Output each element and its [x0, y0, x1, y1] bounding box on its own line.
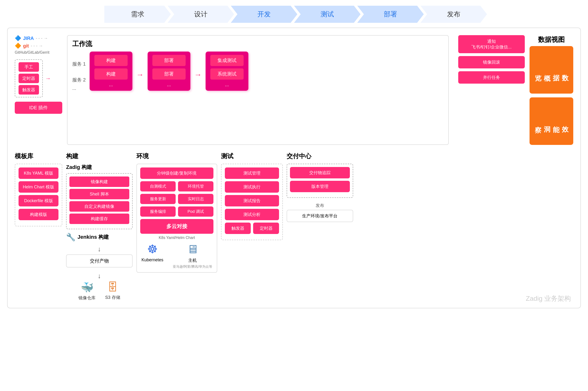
template-library-col: 模板库 K8s YAML 模版 Helm Chart 模版 Dockerfile… [15, 152, 62, 226]
delivery-col: 交付中心 交付物追踪 版本管理 发布 生产环境/发布平台 [287, 152, 353, 222]
main-diagram: 🔷 JIRA - - - → 🔶 git - - - → GitHub/GitL… [7, 28, 581, 308]
delivery-title: 交付中心 [287, 152, 353, 160]
bottom-row: 模板库 K8s YAML 模版 Helm Chart 模版 Dockerfile… [15, 152, 573, 301]
git-icon: 🔶 [15, 43, 21, 49]
test-stage-block: 集成测试 系统测试 ... [206, 52, 248, 91]
prod-box: 生产环境/发布平台 [287, 210, 353, 222]
test-dots: ... [210, 82, 244, 88]
image-repo-label: 镜像仓库 [78, 295, 96, 301]
pipeline-step-2: 开发 [231, 6, 297, 23]
deploy-stage-block: 部署 部署 ... [148, 52, 190, 91]
top-row: 🔷 JIRA - - - → 🔶 git - - - → GitHub/GitL… [15, 35, 573, 145]
dots-label: ... [72, 86, 86, 91]
delivery-box: 交付物追踪 版本管理 [287, 164, 353, 198]
pipeline-step-5: 发布 [420, 6, 487, 23]
realtime-log-btn[interactable]: 实时日志 [178, 194, 214, 204]
image-repo-item: 🐳 镜像仓库 [78, 281, 96, 301]
rollback-btn[interactable]: 镜像回滚 [458, 56, 525, 68]
arrow-to-artifact: ↓ [66, 245, 133, 253]
s3-label: S3 存储 [105, 294, 120, 300]
kubernetes-icon: ☸ [147, 242, 158, 256]
test-col: 测试 测试管理 测试执行 测试报告 测试分析 触发器 定时器 [221, 152, 283, 240]
sources-panel: 🔷 JIRA - - - → 🔶 git - - - → GitHub/GitL… [15, 35, 62, 145]
build-stage-block: 构建 构建 ... [90, 52, 132, 91]
s3-storage-item: 🗄 S3 存储 [105, 281, 120, 301]
pipeline-step-4: 部署 [357, 6, 424, 23]
deploy-dots: ... [152, 82, 186, 88]
build-cache-btn[interactable]: 构建缓存 [69, 213, 129, 224]
env-box: 分钟级创建/复制环境 自测模式 环境托管 服务更新 实时日志 服务编排 Pod … [136, 164, 217, 273]
self-test-btn[interactable]: 自测模式 [140, 181, 176, 192]
arrow-to-storage: ↓ [66, 272, 133, 280]
jenkins-row: 🔧 Jenkins 构建 [66, 233, 133, 242]
manual-btn[interactable]: 手工 [18, 62, 39, 72]
parallel-btn[interactable]: 并行任务 [458, 71, 525, 84]
trigger-box: 手工 定时器 触发器 [15, 59, 43, 98]
arrow-to-workflow: → [45, 75, 51, 82]
test-trigger-btn[interactable]: 触发器 [225, 223, 251, 234]
custom-image-btn[interactable]: 自定义构建镜像 [69, 201, 129, 212]
data-view-title: 数据视图 [530, 35, 573, 44]
timer-btn[interactable]: 定时器 [18, 74, 39, 83]
create-env-btn[interactable]: 分钟级创建/复制环境 [140, 168, 214, 179]
storage-row: 🐳 镜像仓库 🗄 S3 存储 [66, 281, 133, 301]
image-build-btn[interactable]: 镜像构建 [69, 177, 129, 187]
notifications-panel: 通知 飞书/钉钉/企业微信... 镜像回滚 并行任务 [458, 35, 525, 145]
template-lib-box: K8s YAML 模版 Helm Chart 模版 Dockerfile 模版 … [15, 164, 62, 226]
deploy-item-1: 部署 [152, 55, 186, 66]
git-logo: 🔶 git - - - → [15, 43, 62, 49]
pipeline-bar: 需求 设计 开发 测试 部署 发布 [0, 0, 588, 28]
multi-cloud-btn[interactable]: 多云对接 [140, 219, 214, 234]
artifact-trace-btn[interactable]: 交付物追踪 [290, 167, 350, 178]
env-title: 环境 [136, 152, 217, 160]
template-lib-title: 模板库 [15, 152, 62, 160]
build-template-btn[interactable]: 构建模版 [18, 209, 58, 220]
artifact-box: 交付产物 [66, 254, 133, 268]
test-grid: 触发器 定时器 [225, 223, 279, 236]
test-exec-btn[interactable]: 测试执行 [225, 181, 279, 193]
test-mgmt-btn[interactable]: 测试管理 [225, 168, 279, 179]
kubernetes-label: Kubernetes [141, 258, 163, 263]
zadig-build-label: Zadig 构建 [66, 164, 133, 171]
build-item-1: 构建 [94, 55, 128, 66]
test-section-title: 测试 [221, 152, 283, 160]
test-analysis-btn[interactable]: 测试分析 [225, 209, 279, 220]
jenkins-label: Jenkins 构建 [78, 233, 109, 241]
pipeline-step-1: 设计 [168, 6, 234, 23]
test-report-btn[interactable]: 测试报告 [225, 195, 279, 206]
source-logos: 🔷 JIRA - - - → 🔶 git - - - → GitHub/GitL… [15, 35, 62, 56]
shell-script-btn[interactable]: Shell 脚本 [69, 189, 129, 199]
dockerfile-btn[interactable]: Dockerfile 模版 [18, 195, 58, 206]
zadig-build-box: 镜像构建 Shell 脚本 自定义构建镜像 构建缓存 [66, 173, 133, 229]
deploy-item-2: 部署 [152, 68, 186, 80]
helm-chart-btn[interactable]: Helm Chart 模版 [18, 181, 58, 193]
service-update-btn[interactable]: 服务更新 [140, 194, 176, 204]
env-grid: 自测模式 环境托管 服务更新 实时日志 服务编排 Pod 调试 [140, 181, 214, 217]
notification-btn[interactable]: 通知 飞书/钉钉/企业微信... [458, 35, 525, 53]
jira-logo: 🔷 JIRA - - - → [15, 35, 62, 41]
ide-plugin-btn[interactable]: IDE 插件 [15, 102, 62, 114]
env-col: 环境 分钟级创建/复制环境 自测模式 环境托管 服务更新 实时日志 服务编排 P… [136, 152, 217, 273]
pipeline-step-0: 需求 [104, 6, 171, 23]
cloud-icons-row: ☸ Kubernetes 🖥 主机 亚马逊/阿里/腾讯/华为云等 [140, 242, 214, 269]
trigger-btn[interactable]: 触发器 [18, 85, 39, 95]
service-orchestration-btn[interactable]: 服务编排 [140, 206, 176, 217]
k8s-yaml-btn[interactable]: K8s YAML 模版 [18, 168, 58, 179]
host-label: 主机 [188, 258, 197, 263]
workflow-area: 工作流 服务 1 服务 2 ... 构建 构建 ... → 部 [67, 35, 449, 145]
host-icon: 🖥 [187, 242, 199, 256]
k8s-label: K8s Yaml/Helm Chart [140, 236, 214, 240]
version-mgmt-btn[interactable]: 版本管理 [290, 181, 350, 192]
s3-icon: 🗄 [108, 281, 118, 293]
test-box: 测试管理 测试执行 测试报告 测试分析 触发器 定时器 [221, 164, 283, 240]
build-item-2: 构建 [94, 68, 128, 80]
arrow-build-deploy: → [132, 70, 148, 79]
pod-debug-btn[interactable]: Pod 调试 [178, 206, 214, 217]
test-timer-btn[interactable]: 定时器 [253, 223, 279, 234]
jenkins-icon: 🔧 [66, 233, 76, 242]
test-item-integration: 集成测试 [210, 55, 244, 66]
docker-icon: 🐳 [81, 281, 94, 293]
env-hosting-btn[interactable]: 环境托管 [178, 181, 214, 192]
workflow-title: 工作流 [72, 39, 444, 48]
arrow-deploy-test: → [190, 70, 206, 79]
